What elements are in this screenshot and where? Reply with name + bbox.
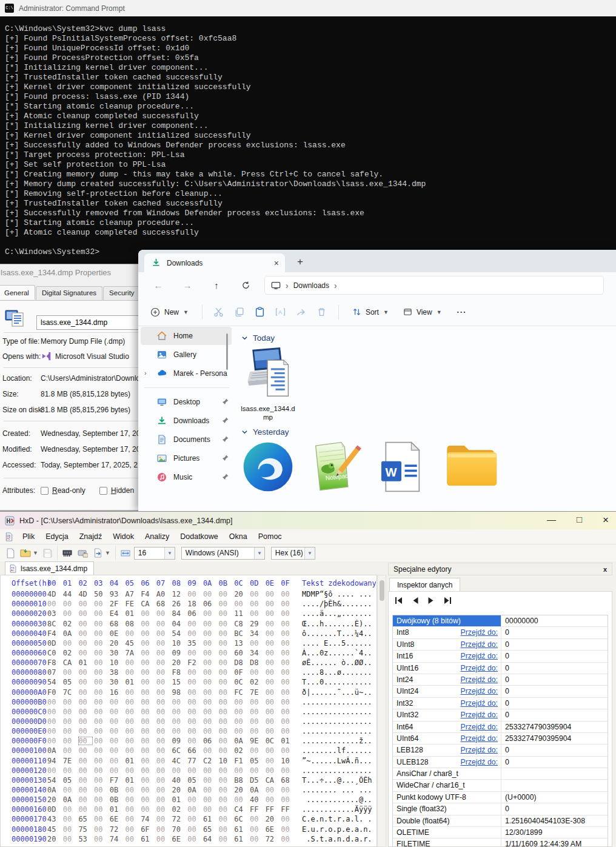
- menu-plik[interactable]: Plik: [17, 532, 40, 541]
- menu-pomoc[interactable]: Pomoc: [253, 532, 287, 541]
- hex-row[interactable]: 000000E000000000000000000000000000000000…: [1, 727, 377, 737]
- up-button[interactable]: ↑: [207, 280, 226, 290]
- menu-edycja[interactable]: Edycja: [40, 532, 74, 541]
- back-button[interactable]: ←: [149, 280, 167, 290]
- menu-znajdź[interactable]: Znajdź: [74, 532, 108, 541]
- hex-bytes[interactable]: 0A000000000000006C66000002000000: [47, 746, 296, 755]
- hex-decoded-text[interactable]: ............@..: [302, 795, 376, 804]
- inspector-row-int64[interactable]: Int64Przejdź do:2533274790395904: [393, 721, 608, 733]
- sort-button[interactable]: Sort▼: [345, 307, 396, 316]
- inspector-row-uint8[interactable]: UInt8Przejdź do:0: [393, 639, 608, 651]
- inspector-row-double-float64-[interactable]: Double (float64)1.2516040454103E-308: [393, 815, 608, 827]
- hex-decoded-text[interactable]: ....ä...„.......: [302, 609, 376, 618]
- cmd-titlebar[interactable]: C:\ Administrator: Command Prompt: [0, 0, 616, 16]
- sidebar-item-home[interactable]: Home: [141, 327, 232, 345]
- paste-icon[interactable]: [250, 307, 270, 317]
- goto-link[interactable]: Przejdź do:: [460, 746, 498, 754]
- menu-dodatkowe[interactable]: Dodatkowe: [175, 532, 224, 541]
- hex-bytes[interactable]: 00000000000000000000000000000000: [47, 708, 296, 716]
- export-icon[interactable]: [93, 548, 102, 558]
- hex-decoded-text[interactable]: ........ ... ...: [302, 786, 376, 794]
- cmd-output[interactable]: C:\Windows\System32>kvc dump lsass[+] Fo…: [0, 16, 616, 264]
- hidden-checkbox[interactable]: Hidden: [99, 486, 134, 495]
- hex-decoded-text[interactable]: .S.t.a.n.d.a.r.: [302, 835, 376, 843]
- readonly-checkbox[interactable]: Read-only: [41, 486, 85, 495]
- properties-tab-general[interactable]: General: [0, 285, 35, 300]
- sidebar-scrollbar[interactable]: [226, 333, 228, 370]
- properties-tab-digital-signatures[interactable]: Digital Signatures: [36, 286, 102, 301]
- share-icon[interactable]: [291, 307, 312, 317]
- hex-row[interactable]: 000000905405000030010000150000000C020000…: [1, 678, 377, 688]
- sidebar-item-documents[interactable]: Documents: [141, 430, 232, 449]
- last-byte-icon[interactable]: [443, 597, 452, 604]
- minimize-icon[interactable]: —: [547, 514, 556, 526]
- hex-decoded-text[interactable]: .............ž..: [302, 737, 376, 745]
- hex-bytes[interactable]: 00000000000000000000000000000000: [47, 698, 296, 706]
- hex-decoded-text[interactable]: ................: [302, 766, 376, 775]
- copy-icon[interactable]: [229, 307, 250, 317]
- bytes-per-row-select[interactable]: 16▼: [134, 547, 175, 560]
- sidebar-item-gallery[interactable]: Gallery: [141, 346, 232, 364]
- hex-bytes[interactable]: 947E0000000100004C77C210F1050010: [47, 757, 296, 765]
- goto-link[interactable]: Przejdź do:: [460, 628, 498, 637]
- hex-bytes[interactable]: 8C0200006808000004000000C8290000: [47, 620, 296, 628]
- hex-row[interactable]: 000000308C0200006808000004000000C8290000…: [1, 620, 377, 629]
- inspector-row-ansichar-char8-t[interactable]: AnsiChar / char8_t: [393, 768, 608, 780]
- first-byte-icon[interactable]: [395, 597, 403, 604]
- cut-icon[interactable]: [209, 307, 229, 317]
- hex-decoded-text[interactable]: ....8...ø.......: [302, 668, 376, 677]
- explorer-tab-downloads[interactable]: Downloads ×: [144, 253, 285, 272]
- rename-icon[interactable]: A: [270, 307, 291, 317]
- hex-bytes[interactable]: 0D0000000100000002000000C4FFFFFF: [47, 805, 296, 814]
- hex-row[interactable]: 00000040F40A00000E00000054000000BC340000…: [1, 629, 377, 639]
- hex-decoded-text[interactable]: ð|......˜...ü~..: [302, 688, 376, 697]
- hex-decoded-text[interactable]: C.e.n.t.r.a.l. .: [302, 815, 376, 823]
- address-box[interactable]: › Downloads ›: [264, 276, 604, 295]
- hex-decoded-text[interactable]: .... E...5......: [302, 639, 376, 648]
- hex-row[interactable]: 00000070F8CA01001000000020F20000D8D80000…: [1, 658, 377, 668]
- forward-button[interactable]: →: [178, 280, 196, 290]
- hex-row[interactable]: 000000A0F07C00001600000098000000FC7E0000…: [1, 688, 377, 698]
- hex-bytes[interactable]: 20005300740061006E00640061007200: [47, 835, 296, 843]
- file-edge-shortcut[interactable]: [236, 440, 300, 494]
- breadcrumb-downloads[interactable]: Downloads: [293, 281, 329, 290]
- hex-decoded-text[interactable]: Œ...h.......È)..: [302, 620, 376, 628]
- hex-decoded-text[interactable]: MDMP“§ô .... ...: [302, 590, 376, 598]
- properties-tab-security[interactable]: Security: [103, 286, 141, 301]
- hex-row[interactable]: 000000B000000000000000000000000000000000…: [1, 698, 377, 708]
- inspector-row-uint64[interactable]: UInt64Przejdź do:2533274790395904: [393, 733, 608, 745]
- sidebar-item-music[interactable]: Music: [141, 468, 232, 486]
- goto-link[interactable]: Przejdź do:: [460, 675, 498, 684]
- hex-row[interactable]: 000001804500750072006F007000650061006E00…: [1, 825, 377, 835]
- inspector-row-uleb128[interactable]: ULEB128Przejdź do:0: [393, 757, 608, 768]
- hex-decoded-text[interactable]: T...÷...@...¸ÕÊh: [302, 776, 376, 785]
- open-ram-icon[interactable]: [62, 549, 72, 558]
- tab-close-icon[interactable]: ×: [274, 258, 279, 268]
- view-button[interactable]: View▼: [396, 307, 449, 316]
- hex-editor[interactable]: Offset(h)000102030405060708090A0B0C0D0E0…: [0, 575, 377, 847]
- encoding-select[interactable]: Windows (ANSI)▼: [181, 547, 265, 560]
- hex-decoded-text[interactable]: ................: [302, 708, 376, 716]
- open-disk-icon[interactable]: [78, 548, 88, 558]
- hex-decoded-text[interactable]: E.u.r.o.p.e.a.n.: [302, 825, 376, 834]
- file-word-document[interactable]: W: [367, 440, 435, 494]
- goto-link[interactable]: Przejdź do:: [460, 652, 498, 660]
- inspector-row-uint16[interactable]: UInt16Przejdź do:0: [393, 663, 608, 674]
- file-folder[interactable]: [435, 440, 506, 494]
- goto-link[interactable]: Przejdź do:: [460, 640, 498, 649]
- hex-decoded-text[interactable]: ô.......T...¼4..: [302, 629, 376, 638]
- inspector-row-int16[interactable]: Int16Przejdź do:0: [393, 651, 608, 662]
- new-tab-button[interactable]: +: [297, 256, 303, 268]
- hex-bytes[interactable]: 0700000038000000F80000000F000000: [47, 668, 296, 677]
- hex-row[interactable]: 00000110947E0000000100004C77C210F1050010…: [1, 757, 377, 766]
- hex-bytes[interactable]: 000000002FFECA682618060000000000: [47, 600, 296, 608]
- hex-row[interactable]: 0000019020005300740061006E00640061007200…: [1, 835, 377, 845]
- save-icon[interactable]: [43, 549, 52, 558]
- prev-byte-icon[interactable]: [412, 597, 419, 604]
- hex-row[interactable]: 000001600D0000000100000002000000C4FFFFFF…: [1, 805, 377, 815]
- goto-link[interactable]: Przejdź do:: [460, 687, 498, 695]
- hex-bytes[interactable]: 00000000000000000000000000000000: [47, 727, 296, 735]
- hex-decoded-text[interactable]: ........lf......: [302, 746, 376, 755]
- inspector-row-int24[interactable]: Int24Przejdź do:0: [393, 674, 608, 686]
- hex-row[interactable]: 0000012000000000000000000000000000000000…: [1, 766, 377, 776]
